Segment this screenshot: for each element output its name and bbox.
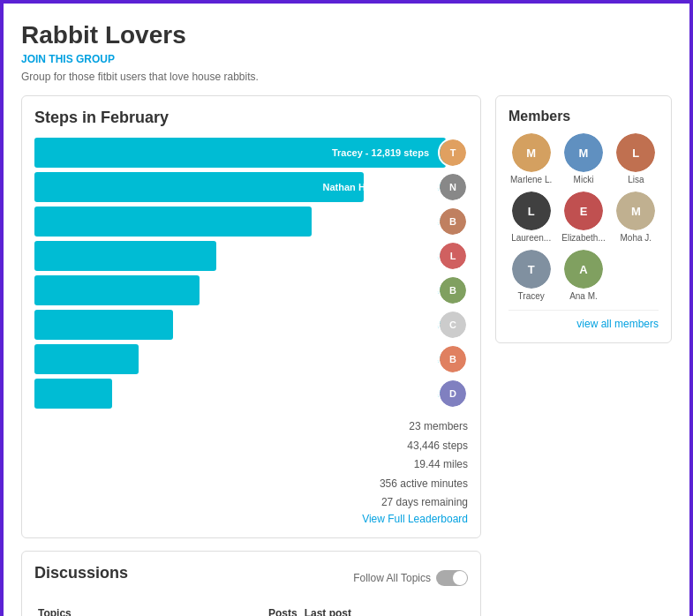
avatar-circle: N bbox=[440, 174, 466, 200]
avatar-circle: T bbox=[512, 250, 551, 289]
lb-bar bbox=[34, 344, 139, 374]
member-item[interactable]: T Tracey bbox=[508, 250, 554, 301]
leaderboard-row: Bettina L. - 3,180 steps #5 B bbox=[34, 275, 468, 305]
member-item[interactable]: E Elizabeth... bbox=[561, 192, 606, 243]
member-avatar: T bbox=[512, 250, 551, 289]
leaderboard-row: Beth F. - 1,487 steps #7 B bbox=[34, 344, 468, 374]
avatar-circle: B bbox=[440, 277, 466, 304]
leaderboard-row: Bethany - 8,052 steps #3 B bbox=[34, 207, 468, 237]
main-layout: Steps in February Tracey - 12,819 steps … bbox=[21, 95, 672, 616]
stat-item: 19.44 miles bbox=[34, 455, 468, 475]
stats-section: 23 members43,446 steps19.44 miles356 act… bbox=[34, 417, 468, 513]
member-avatar: A bbox=[564, 250, 603, 289]
follow-label: Follow All Topics bbox=[353, 572, 431, 584]
lb-label: Tracey - 12,819 steps bbox=[332, 138, 429, 168]
member-avatar: M bbox=[512, 133, 551, 172]
left-column: Steps in February Tracey - 12,819 steps … bbox=[21, 95, 481, 616]
join-group-link[interactable]: JOIN THIS GROUP bbox=[21, 53, 672, 65]
lb-avatar: C bbox=[438, 310, 468, 340]
member-name: Laureen... bbox=[511, 233, 551, 243]
members-title: Members bbox=[508, 109, 659, 124]
avatar-circle: L bbox=[440, 243, 466, 269]
member-avatar: L bbox=[512, 192, 551, 230]
stat-item: 43,446 steps bbox=[34, 437, 468, 456]
lb-avatar: D bbox=[438, 379, 468, 409]
lb-avatar: L bbox=[438, 241, 468, 271]
member-name: Elizabeth... bbox=[561, 233, 605, 243]
member-item[interactable]: M Moha J. bbox=[614, 192, 659, 243]
avatar-circle: M bbox=[564, 133, 603, 172]
member-name: Micki bbox=[574, 175, 594, 184]
right-column: Members M Marlene L. M Micki L bbox=[495, 95, 672, 343]
discussions-table: Topics Posts Last post Hi Bunny People! … bbox=[34, 602, 468, 616]
discussions-header: Discussions Follow All Topics bbox=[34, 564, 468, 593]
discussions-card: Discussions Follow All Topics Topics Pos… bbox=[21, 551, 481, 616]
discussions-title: Discussions bbox=[34, 564, 128, 582]
leaderboard-row: D. - 1,121 steps #8 D bbox=[34, 379, 468, 409]
follow-toggle-section: Follow All Topics bbox=[353, 570, 468, 586]
lb-label: Bettina L. - 3,180 steps bbox=[324, 275, 429, 305]
lb-label: Beth F. - 1,487 steps bbox=[336, 344, 429, 374]
member-item[interactable]: A Ana M. bbox=[561, 250, 606, 301]
steps-title: Steps in February bbox=[34, 109, 468, 127]
stat-item: 23 members bbox=[34, 417, 468, 437]
lb-avatar: B bbox=[438, 207, 468, 237]
lb-bar bbox=[34, 379, 112, 409]
lb-avatar: B bbox=[438, 344, 468, 374]
avatar-circle: B bbox=[440, 346, 466, 372]
member-avatar: M bbox=[616, 192, 655, 230]
member-name: Marlene L. bbox=[510, 175, 552, 184]
avatar-circle: B bbox=[440, 208, 466, 235]
topics-header: Topics bbox=[34, 602, 224, 616]
members-card: Members M Marlene L. M Micki L bbox=[495, 95, 672, 343]
avatar-circle: M bbox=[512, 133, 551, 172]
member-item[interactable]: L Lisa bbox=[614, 133, 659, 184]
member-name: Lisa bbox=[628, 175, 644, 184]
lb-label: D. - 1,121 steps bbox=[358, 379, 429, 409]
avatar-circle: E bbox=[564, 192, 603, 230]
follow-toggle-switch[interactable] bbox=[436, 570, 468, 586]
member-item[interactable]: L Laureen... bbox=[508, 192, 554, 243]
members-grid: M Marlene L. M Micki L Lisa L bbox=[508, 133, 659, 301]
stat-item: 356 active minutes bbox=[34, 475, 468, 494]
leaderboard-row: Carol G. - 2,537 steps #6 C bbox=[34, 310, 468, 340]
view-leaderboard-link[interactable]: View Full Leaderboard bbox=[34, 513, 468, 525]
avatar-circle: A bbox=[564, 250, 603, 289]
group-description: Group for those fitbit users that love h… bbox=[21, 71, 672, 83]
lb-bar bbox=[34, 241, 216, 271]
lb-avatar: T bbox=[438, 138, 468, 168]
group-title: Rabbit Lovers bbox=[21, 21, 672, 49]
member-item[interactable]: M Micki bbox=[561, 133, 606, 184]
lb-bar bbox=[34, 207, 312, 237]
lb-bar bbox=[34, 310, 173, 340]
toggle-knob bbox=[453, 571, 467, 585]
lb-label: Carol G. - 2,537 steps bbox=[330, 310, 429, 340]
member-item[interactable]: M Marlene L. bbox=[508, 133, 554, 184]
page-container: Rabbit Lovers JOIN THIS GROUP Group for … bbox=[21, 21, 672, 616]
lb-label: Nathan H. - 9,541 steps bbox=[323, 172, 429, 202]
lb-bar bbox=[34, 275, 200, 305]
lb-avatar: B bbox=[438, 275, 468, 305]
member-avatar: L bbox=[616, 133, 655, 172]
leaderboard-row: Nathan H. - 9,541 steps #2 N bbox=[34, 172, 468, 202]
leaderboard-row: Tracey - 12,819 steps #1 T bbox=[34, 138, 468, 168]
member-avatar: M bbox=[564, 133, 603, 172]
view-all-members-link[interactable]: view all members bbox=[508, 310, 659, 330]
avatar-circle: L bbox=[512, 192, 551, 230]
avatar-circle: D bbox=[440, 380, 466, 407]
lb-label: Bethany - 8,052 steps bbox=[330, 207, 430, 237]
stat-item: 27 days remaining bbox=[34, 493, 468, 513]
member-name: Tracey bbox=[518, 291, 545, 301]
leaderboard: Tracey - 12,819 steps #1 T Nathan H. - 9… bbox=[34, 138, 468, 409]
avatar-circle: C bbox=[440, 312, 466, 338]
lastpost-header: Last post bbox=[301, 602, 468, 616]
posts-header: Posts bbox=[224, 602, 301, 616]
avatar-circle: T bbox=[440, 139, 466, 166]
member-name: Ana M. bbox=[569, 291, 598, 301]
member-name: Moha J. bbox=[621, 233, 652, 243]
avatar-circle: L bbox=[616, 133, 655, 172]
leaderboard-row: Lynn F. - 3,355 steps #4 L bbox=[34, 241, 468, 271]
lb-label: Lynn F. - 3,355 steps bbox=[335, 241, 429, 271]
steps-card: Steps in February Tracey - 12,819 steps … bbox=[21, 95, 481, 538]
lb-bar bbox=[34, 172, 364, 202]
